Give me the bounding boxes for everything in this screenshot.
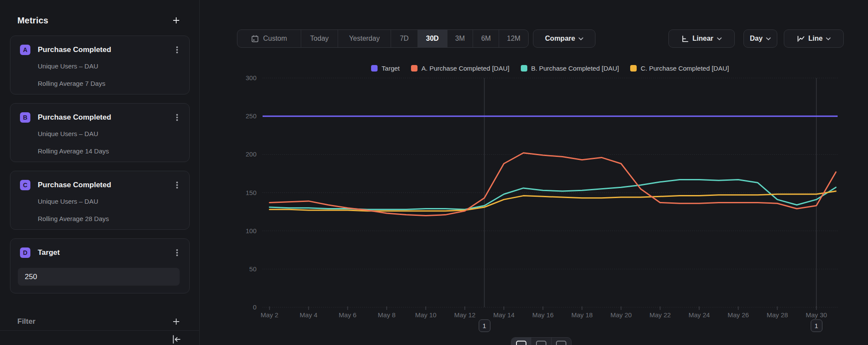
legend-item-target[interactable]: Target [371,65,400,72]
x-axis-label: May 10 [415,311,436,319]
metric-title: Purchase Completed [38,181,174,189]
annotation-badge[interactable]: 1 [479,319,490,332]
time-range-custom[interactable]: Custom [237,30,301,47]
add-metric-button[interactable] [171,15,182,26]
legend-label: B. Purchase Completed [DAU] [531,65,619,72]
granularity-select-button[interactable]: Day [743,29,777,48]
x-axis-label: May 2 [261,311,279,319]
filter-section: Filter [17,316,182,327]
view-chart-tab[interactable] [511,338,531,345]
x-axis-label: May 26 [727,311,749,319]
time-range-label: 30D [426,35,438,42]
metric-card-b[interactable]: BPurchase CompletedUnique Users – DAURol… [10,103,190,162]
legend-item-b[interactable]: B. Purchase Completed [DAU] [521,65,619,72]
metric-card-d[interactable]: DTarget [10,238,190,293]
metric-subtitle: Unique Users – DAU [38,198,98,205]
plus-icon [172,317,181,326]
legend-item-c[interactable]: C. Purchase Completed [DAU] [630,65,729,72]
linear-axis-icon [681,35,689,42]
time-range-label: 12M [507,35,520,42]
x-axis-label: May 24 [688,311,710,319]
chart-type-label: Line [809,35,823,42]
scale-select-button[interactable]: Linear [668,29,735,48]
metric-card-c[interactable]: CPurchase CompletedUnique Users – DAURol… [10,171,190,230]
filter-section-title: Filter [17,317,36,326]
legend-swatch [630,65,637,72]
x-axis-label: May 4 [300,311,318,319]
time-range-label: Today [310,35,329,42]
metrics-section-title: Metrics [17,16,48,26]
collapse-sidebar-button[interactable] [171,334,182,345]
plus-icon [172,16,181,25]
chart-legend: TargetA. Purchase Completed [DAU]B. Purc… [263,65,838,72]
chart-type-select-button[interactable]: Line [784,29,844,48]
compare-label: Compare [545,35,575,42]
time-range-7d[interactable]: 7D [391,30,418,47]
metric-card-header: DTarget [20,247,181,258]
x-axis-label: May 14 [493,311,514,319]
time-range-label: Custom [263,35,287,42]
x-axis-label: May 30 [806,311,827,319]
metric-title: Target [38,248,174,257]
series-line-a [270,153,836,216]
y-axis-label: 0 [253,303,256,311]
metric-card-header: BPurchase Completed [20,112,181,123]
metric-card-header: APurchase Completed [20,45,181,55]
sidebar: Metrics APurchase CompletedUnique Users … [0,0,200,345]
scale-label: Linear [692,35,713,42]
y-gridlines: 300250200150100500 [246,74,838,311]
chart-view-switcher [511,337,572,345]
y-axis-label: 250 [246,112,256,120]
metric-aggregation: Rolling Average 28 Days [38,215,109,222]
kebab-menu-icon[interactable] [174,248,181,257]
calendar-icon [251,35,259,43]
sidebar-header: Metrics [17,15,182,26]
metric-aggregation: Rolling Average 7 Days [38,80,105,87]
metric-letter-badge: A [20,45,30,55]
time-range-yesterday[interactable]: Yesterday [338,30,391,47]
time-range-3m[interactable]: 3M [447,30,473,47]
x-axis-label: May 20 [610,311,631,319]
x-axis-label: May 16 [532,311,553,319]
y-axis-label: 100 [246,227,256,234]
time-range-30d[interactable]: 30D [418,30,447,47]
x-axis-label: May 12 [454,311,475,319]
view-summary-tab[interactable] [551,338,571,345]
time-range-today[interactable]: Today [301,30,338,47]
kebab-menu-icon[interactable] [174,180,181,190]
metric-card-header: CPurchase Completed [20,180,181,190]
y-axis-label: 200 [246,150,256,158]
x-axis-label: May 6 [339,311,357,319]
x-axis-label: May 8 [378,311,396,319]
x-axis-label: May 28 [766,311,788,319]
sidebar-divider [0,330,200,331]
time-range-label: 7D [400,35,408,42]
metric-title: Purchase Completed [38,46,174,54]
compare-button[interactable]: Compare [533,29,595,48]
series-line-c [270,191,836,211]
time-range-control: CustomTodayYesterday7D30D3M6M12M [237,29,529,48]
kebab-menu-icon[interactable] [174,45,181,55]
metric-card-a[interactable]: APurchase CompletedUnique Users – DAURol… [10,36,190,94]
time-range-12m[interactable]: 12M [499,30,528,47]
chevron-down-icon [826,37,831,40]
table-view-icon [536,341,546,345]
legend-label: C. Purchase Completed [DAU] [641,65,729,72]
metric-aggregation: Rolling Average 14 Days [38,147,109,155]
chevron-down-icon [717,37,722,40]
x-axis: May 2May 4May 6May 8May 10May 12May 14Ma… [261,306,827,319]
y-axis-label: 150 [246,189,256,196]
legend-swatch [521,65,527,72]
target-value-input[interactable] [18,268,180,286]
legend-item-a[interactable]: A. Purchase Completed [DAU] [411,65,510,72]
metric-title: Purchase Completed [38,113,174,122]
kebab-menu-icon[interactable] [174,113,181,122]
chevron-down-icon [579,37,583,40]
add-filter-button[interactable] [171,316,182,327]
x-axis-label: May 18 [571,311,592,319]
metric-letter-badge: C [20,180,30,190]
view-table-tab[interactable] [531,338,551,345]
time-range-6m[interactable]: 6M [473,30,499,47]
annotation-badge[interactable]: 1 [811,319,822,332]
line-chart-icon [797,35,805,42]
